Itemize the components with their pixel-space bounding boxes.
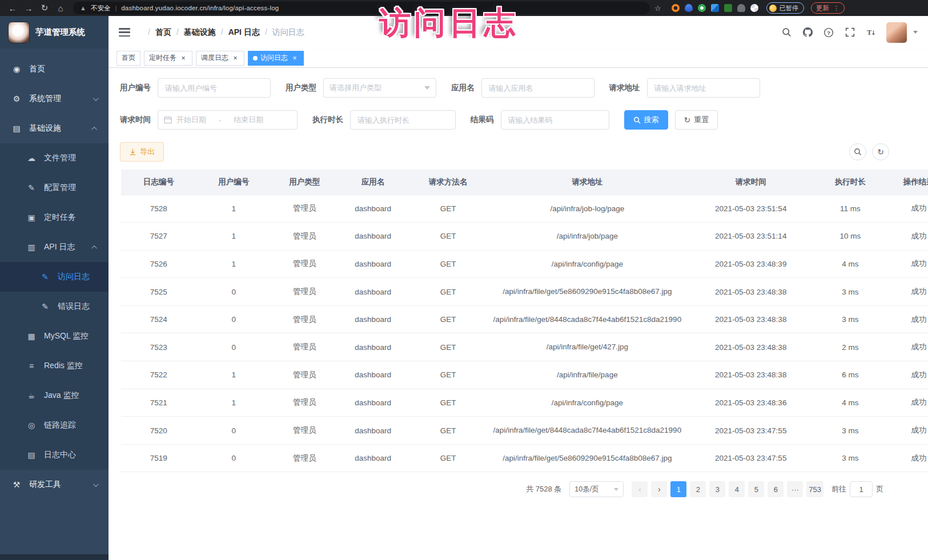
- cell-user-type: 管理员: [271, 305, 338, 333]
- goto-page-input[interactable]: [850, 481, 873, 497]
- cell-log-id: 7522: [121, 361, 196, 389]
- search-button[interactable]: 搜索: [624, 110, 668, 130]
- app-logo[interactable]: 芋道管理系统: [0, 16, 109, 49]
- page-number-button[interactable]: 5: [748, 481, 764, 497]
- extension-translate-icon[interactable]: [724, 4, 732, 12]
- toggle-search-button[interactable]: [849, 143, 866, 160]
- sidebar-menu-item[interactable]: ◎ 链路追踪: [0, 410, 109, 440]
- sidebar-menu-item[interactable]: ▤ 基础设施: [0, 114, 109, 143]
- browser-forward-icon[interactable]: →: [22, 3, 35, 13]
- tags-view-tab[interactable]: 首页: [116, 51, 140, 66]
- extension-green-circle-icon[interactable]: [698, 4, 706, 12]
- cell-method: GET: [408, 444, 488, 472]
- column-header: 用户编号: [196, 170, 272, 195]
- cell-request-url: /api/infra/config/page: [488, 389, 686, 417]
- export-button[interactable]: 导出: [120, 142, 164, 162]
- sidebar-menu-item[interactable]: ▣ 定时任务: [0, 203, 109, 232]
- extension-puzzle-icon[interactable]: [711, 4, 719, 12]
- log-center-icon: ▤: [26, 450, 37, 460]
- sidebar-menu-item[interactable]: ✎ 配置管理: [0, 173, 109, 203]
- browser-back-icon[interactable]: ←: [6, 3, 19, 13]
- close-icon[interactable]: [291, 54, 299, 62]
- page-url: dashboard.yudao.iocoder.cn/infra/log/api…: [121, 5, 279, 11]
- reset-button[interactable]: ↻ 重置: [675, 110, 718, 130]
- refresh-table-button[interactable]: ↻: [872, 143, 889, 160]
- tags-view-tab[interactable]: 调度日志: [196, 51, 244, 66]
- paused-badge[interactable]: 已暂停: [766, 2, 804, 14]
- sidebar-menu-item[interactable]: ⚒ 研发工具: [0, 470, 109, 499]
- cell-duration: 2 ms: [815, 333, 886, 361]
- user-avatar[interactable]: [886, 22, 907, 43]
- request-time-range-picker[interactable]: 开始日期 - 结束日期: [158, 110, 298, 130]
- page-number-button[interactable]: 753: [806, 481, 823, 497]
- breadcrumb-item[interactable]: 基础设施: [171, 27, 216, 38]
- sidebar-menu-item[interactable]: ☁ 文件管理: [0, 143, 109, 173]
- sidebar-menu-item[interactable]: ✎ 错误日志: [0, 292, 109, 321]
- sidebar-menu-item[interactable]: ▤ 日志中心: [0, 440, 109, 470]
- sidebar-menu-item[interactable]: ▦ MySQL 监控: [0, 321, 109, 351]
- header-search-icon[interactable]: [781, 27, 792, 38]
- bookmark-star-icon[interactable]: ☆: [654, 4, 661, 13]
- breadcrumb-item[interactable]: 首页: [143, 27, 171, 38]
- calendar-icon: [164, 116, 172, 124]
- sidebar-collapse-bar[interactable]: [0, 554, 109, 560]
- next-page-button[interactable]: ›: [651, 481, 667, 497]
- page-number-button[interactable]: 3: [709, 481, 725, 497]
- cell-duration: 4 ms: [815, 389, 886, 417]
- close-icon[interactable]: [179, 54, 187, 62]
- request-url-input[interactable]: [647, 78, 760, 98]
- cell-request-time: 2021-05-03 23:47:55: [687, 417, 815, 445]
- extension-pinwheel-icon[interactable]: [750, 4, 758, 12]
- avatar-dropdown-icon[interactable]: [913, 31, 918, 34]
- breadcrumb-item[interactable]: API 日志: [216, 27, 260, 38]
- user-id-input[interactable]: [158, 78, 271, 98]
- tools-icon: ⚒: [11, 480, 22, 489]
- fullscreen-icon[interactable]: [844, 27, 855, 38]
- browser-update-button[interactable]: 更新 ⋮: [811, 2, 845, 14]
- browser-menu-icon[interactable]: ⋮: [833, 5, 839, 12]
- browser-home-icon[interactable]: ⌂: [54, 3, 67, 13]
- tags-view-tab[interactable]: 访问日志: [248, 51, 304, 66]
- extension-person-icon[interactable]: [737, 4, 745, 12]
- hamburger-icon[interactable]: [119, 28, 130, 37]
- sidebar-menu-item[interactable]: ⚙ 系统管理: [0, 84, 109, 114]
- extension-orange-icon[interactable]: [672, 4, 680, 12]
- tags-view-tab[interactable]: 定时任务: [144, 51, 192, 66]
- gear-icon: ⚙: [11, 94, 22, 103]
- extension-shield-icon[interactable]: [685, 4, 693, 12]
- sidebar-menu-item[interactable]: ☕ Java 监控: [0, 381, 109, 410]
- font-size-icon[interactable]: T: [865, 27, 877, 38]
- column-header: 操作结果: [886, 170, 928, 195]
- breadcrumb-item[interactable]: 访问日志: [260, 27, 304, 38]
- page-number-button[interactable]: 1: [670, 481, 686, 497]
- result-code-input[interactable]: [501, 110, 609, 130]
- sidebar-menu-item[interactable]: ≡ Redis 监控: [0, 351, 109, 381]
- prev-page-button[interactable]: ‹: [632, 481, 648, 497]
- docs-help-icon[interactable]: ?: [823, 27, 834, 38]
- user-type-placeholder: 请选择用户类型: [330, 83, 381, 93]
- sidebar-menu-item[interactable]: ▥ API 日志: [0, 232, 109, 262]
- duration-input[interactable]: [350, 110, 456, 130]
- dashboard-icon: ◉: [11, 65, 22, 74]
- close-icon[interactable]: [231, 54, 239, 62]
- infrastructure-icon: ▤: [11, 124, 22, 133]
- page-number-button[interactable]: 6: [768, 481, 784, 497]
- sidebar-menu-item[interactable]: ◉ 首页: [0, 54, 109, 84]
- page-number-button[interactable]: 2: [690, 481, 706, 497]
- user-type-select[interactable]: 请选择用户类型: [323, 78, 436, 98]
- address-bar[interactable]: ▲ 不安全 | dashboard.yudao.iocoder.cn/infra…: [73, 2, 650, 14]
- app-name-input[interactable]: [481, 78, 594, 98]
- sidebar-menu-item[interactable]: ✎ 访问日志: [0, 262, 109, 292]
- page-size-select[interactable]: 10条/页: [569, 481, 624, 497]
- divider: |: [115, 5, 116, 11]
- cell-user-id: 1: [196, 361, 272, 389]
- goto-suffix: 页: [876, 484, 883, 494]
- browser-reload-icon[interactable]: ↻: [38, 3, 51, 13]
- page-number-button[interactable]: 4: [729, 481, 745, 497]
- sidebar-item-label: Java 监控: [44, 390, 79, 401]
- page-number-button[interactable]: ···: [787, 481, 803, 497]
- github-icon[interactable]: [802, 27, 813, 38]
- cell-duration: 3 ms: [815, 444, 886, 472]
- cell-app-name: dashboard: [338, 417, 408, 445]
- cell-duration: 11 ms: [815, 195, 886, 223]
